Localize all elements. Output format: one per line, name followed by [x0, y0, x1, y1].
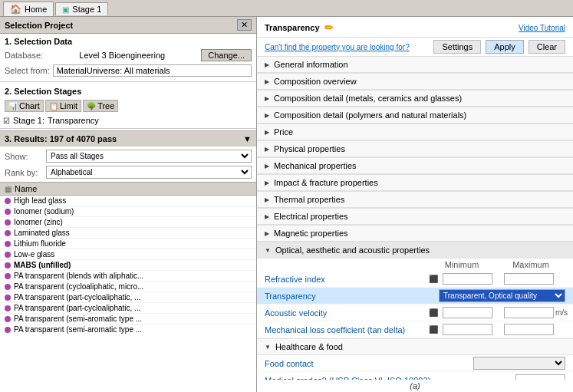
prop-section-header-magnetic[interactable]: ▶Magnetic properties	[257, 226, 573, 242]
arrow-right-icon: ▶	[265, 213, 269, 220]
prop-section-price: ▶Price	[257, 124, 573, 141]
results-expand-icon[interactable]: ▼	[243, 134, 252, 143]
prop-unit: m/s	[555, 308, 568, 317]
prop-name[interactable]: Transparency	[265, 292, 439, 301]
show-select[interactable]: Pass all Stages	[46, 150, 252, 163]
divider-2	[0, 128, 256, 129]
food-input[interactable]	[515, 374, 565, 380]
max-input-cell	[504, 273, 565, 285]
property-icon[interactable]: ⬛	[429, 275, 440, 283]
prop-name[interactable]: Mechanical loss coefficient (tan delta)	[265, 325, 429, 334]
apply-button[interactable]: Apply	[486, 40, 524, 54]
prop-section-header-price[interactable]: ▶Price	[257, 124, 573, 140]
max-header: Maximum	[496, 260, 565, 269]
list-item[interactable]: Laminated glass	[0, 228, 256, 239]
property-icon[interactable]: ⬛	[429, 308, 440, 317]
list-item[interactable]: High lead glass	[0, 196, 256, 206]
prop-row: Acoustic velocity⬛m/s	[257, 305, 573, 321]
list-item[interactable]: PA transparent (semi-aromatic type ...	[0, 314, 256, 324]
limit-icon: 📋	[49, 102, 58, 110]
chart-icon: 📊	[8, 102, 18, 110]
stage-item-1[interactable]: ☑ Stage 1: Transparency	[0, 114, 256, 127]
food-section-header[interactable]: ▼Healthcare & food	[257, 339, 573, 355]
cant-find-link[interactable]: Can't find the property you are looking …	[265, 43, 429, 51]
material-name: PA transparent (part-cycloaliphatic, ...	[14, 304, 140, 312]
section-selection-data-label: 1. Selection Data	[0, 34, 256, 48]
select-from-row: Select from: MaterialUniverse: All mater…	[0, 63, 256, 80]
settings-button[interactable]: Settings	[433, 40, 481, 54]
material-name: Lithium fluoride	[14, 239, 66, 248]
arrow-down-icon: ▼	[265, 344, 271, 351]
max-input-cell: m/s	[504, 307, 565, 318]
stages-toolbar: 📊 Chart 📋 Limit 🌳 Tree	[0, 100, 256, 112]
video-tutorial-link[interactable]: Video Tutorial	[519, 24, 565, 32]
tab-stage[interactable]: ▣ Stage 1	[55, 2, 108, 15]
close-button[interactable]: ✕	[237, 19, 252, 31]
min-input-cell	[443, 273, 504, 285]
prop-section-header-composition[interactable]: ▶Composition overview	[257, 74, 573, 90]
title-text: Transparency	[265, 23, 320, 32]
food-prop-name[interactable]: Food contact	[265, 359, 473, 368]
arrow-down-icon: ▼	[265, 247, 271, 254]
prop-section-header-comp-detail-polymers[interactable]: ▶Composition detail (polymers and natura…	[257, 107, 573, 124]
results-section: 3. Results: 197 of 4070 pass ▼	[0, 130, 256, 147]
min-input[interactable]	[443, 307, 492, 318]
prop-row: TransparencyTransparent, Optical quality	[257, 288, 573, 305]
left-panel-header: Selection Project ✕	[0, 17, 256, 34]
change-button[interactable]: Change...	[201, 49, 252, 61]
prop-section-header-physical[interactable]: ▶Physical properties	[257, 141, 573, 157]
prop-row: Mechanical loss coefficient (tan delta)⬛	[257, 321, 573, 338]
tree-button[interactable]: 🌳 Tree	[83, 100, 118, 112]
clear-button[interactable]: Clear	[529, 40, 565, 54]
arrow-right-icon: ▶	[265, 112, 269, 119]
min-input[interactable]	[443, 324, 492, 335]
max-input[interactable]	[504, 324, 554, 335]
prop-section-composition: ▶Composition overview	[257, 74, 573, 91]
list-item[interactable]: PA transparent (part-cycloaliphatic, ...	[0, 292, 256, 303]
prop-section-header-mechanical[interactable]: ▶Mechanical properties	[257, 158, 573, 174]
database-label: Database:	[5, 51, 43, 60]
property-icon[interactable]: ⬛	[429, 325, 440, 334]
tab-home[interactable]: 🏠 Home	[3, 2, 54, 16]
prop-section-title: Magnetic properties	[274, 229, 348, 238]
edit-icon[interactable]: ✏	[324, 21, 334, 34]
list-item[interactable]: MABS (unfilled)	[0, 260, 256, 271]
list-item[interactable]: PA transparent (semi-aromatic type ...	[0, 324, 256, 334]
prop-section-header-comp-detail-metals[interactable]: ▶Composition detail (metals, ceramics an…	[257, 91, 573, 107]
list-item[interactable]: Ionomer (zinc)	[0, 217, 256, 228]
material-color-dot	[5, 252, 11, 258]
list-item[interactable]: Low-e glass	[0, 249, 256, 260]
prop-section-header-impact[interactable]: ▶Impact & fracture properties	[257, 175, 573, 191]
limit-button[interactable]: 📋 Limit	[45, 100, 81, 112]
prop-section-header-electrical[interactable]: ▶Electrical properties	[257, 209, 573, 225]
prop-section-header-optical[interactable]: ▼Optical, aesthetic and acoustic propert…	[257, 242, 573, 259]
prop-section-header-general[interactable]: ▶General information	[257, 57, 573, 73]
food-dropdown[interactable]	[473, 357, 565, 370]
list-item[interactable]: PA transparent (cycloaliphatic, micro...	[0, 282, 256, 292]
prop-section-header-thermal[interactable]: ▶Thermal properties	[257, 192, 573, 208]
chart-label: Chart	[19, 101, 40, 110]
prop-section-impact: ▶Impact & fracture properties	[257, 175, 573, 192]
chart-button[interactable]: 📊 Chart	[5, 100, 44, 112]
results-controls: Show: Pass all Stages Rank by: Alphabeti…	[0, 147, 256, 182]
max-input[interactable]	[504, 273, 554, 285]
list-item[interactable]: PA transparent (blends with aliphatic...	[0, 271, 256, 282]
prop-section-electrical: ▶Electrical properties	[257, 209, 573, 226]
transparency-title: Transparency ✏	[265, 21, 334, 34]
divider-1	[0, 81, 256, 82]
prop-name[interactable]: Acoustic velocity	[265, 308, 429, 318]
arrow-right-icon: ▶	[265, 61, 269, 68]
list-item[interactable]: Lithium fluoride	[0, 239, 256, 249]
transparency-dropdown[interactable]: Transparent, Optical quality	[439, 289, 565, 302]
results-title: 3. Results: 197 of 4070 pass	[5, 134, 117, 143]
max-input[interactable]	[504, 307, 554, 318]
min-input[interactable]	[443, 273, 492, 285]
prop-section-title: Electrical properties	[274, 212, 348, 221]
stage-checkbox: ☑	[3, 117, 10, 125]
list-item[interactable]: PA transparent (part-cycloaliphatic, ...	[0, 303, 256, 314]
rankby-select[interactable]: Alphabetical	[46, 166, 252, 179]
list-item[interactable]: Ionomer (sodium)	[0, 206, 256, 217]
main-container: 🏠 Home ▣ Stage 1 Selection Project ✕ 1. …	[0, 0, 573, 392]
prop-name[interactable]: Refractive index	[265, 275, 429, 284]
arrow-right-icon: ▶	[265, 146, 269, 153]
